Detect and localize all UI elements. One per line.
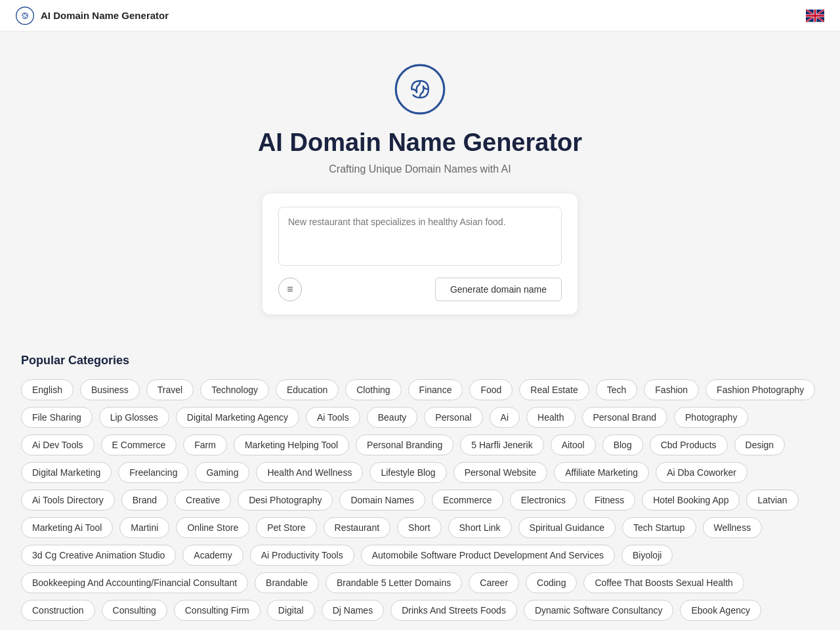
category-tag[interactable]: Ecommerce bbox=[432, 490, 503, 511]
category-tag[interactable]: Cbd Products bbox=[650, 434, 728, 455]
filter-icon: ≡ bbox=[287, 284, 293, 295]
category-tag[interactable]: Tech bbox=[596, 379, 638, 400]
category-tag[interactable]: Creative bbox=[175, 490, 231, 511]
category-tag[interactable]: Health And Wellness bbox=[256, 462, 363, 483]
category-tag[interactable]: Real Estate bbox=[519, 379, 589, 400]
category-tag[interactable]: Lip Glosses bbox=[99, 407, 169, 428]
category-tag[interactable]: Automobile Software Product Development … bbox=[361, 545, 615, 566]
category-tag[interactable]: Coffee That Boosts Sexual Health bbox=[583, 572, 744, 593]
category-tag[interactable]: Aitool bbox=[551, 434, 596, 455]
category-tag[interactable]: Personal Website bbox=[453, 462, 547, 483]
category-tag[interactable]: English bbox=[21, 379, 74, 400]
category-tag[interactable]: Academy bbox=[182, 545, 243, 566]
category-tag[interactable]: Ai Tools bbox=[306, 407, 360, 428]
category-tag[interactable]: Affiliate Marketing bbox=[554, 462, 649, 483]
category-tag[interactable]: Ebook Agency bbox=[680, 600, 761, 621]
category-tag[interactable]: Coding bbox=[526, 572, 577, 593]
category-tag[interactable]: Fashion Photography bbox=[705, 379, 815, 400]
category-tag[interactable]: Dj Names bbox=[322, 600, 384, 621]
category-tag[interactable]: Spiritual Guidance bbox=[518, 517, 616, 538]
category-tag[interactable]: Health bbox=[526, 407, 575, 428]
category-tag[interactable]: Marketing Ai Tool bbox=[21, 517, 113, 538]
category-tag[interactable]: Fitness bbox=[583, 490, 635, 511]
category-tag[interactable]: Domain Names bbox=[339, 490, 425, 511]
category-tag[interactable]: Photography bbox=[674, 407, 748, 428]
category-tag[interactable]: Design bbox=[734, 434, 786, 455]
category-tag[interactable]: Clothing bbox=[345, 379, 401, 400]
categories-section: Popular Categories EnglishBusinessTravel… bbox=[0, 335, 840, 630]
category-tag[interactable]: Brand bbox=[121, 490, 168, 511]
category-tag[interactable]: Tech Startup bbox=[622, 517, 696, 538]
category-tag[interactable]: Career bbox=[469, 572, 519, 593]
category-tag[interactable]: Digital bbox=[267, 600, 315, 621]
navbar-left: AI Domain Name Generator bbox=[16, 7, 169, 25]
hero-subtitle: Crafting Unique Domain Names with AI bbox=[329, 163, 511, 175]
category-tag[interactable]: Consulting bbox=[102, 600, 167, 621]
category-tag[interactable]: Personal Brand bbox=[582, 407, 668, 428]
category-tag[interactable]: Online Store bbox=[176, 517, 249, 538]
category-tag[interactable]: Food bbox=[469, 379, 513, 400]
category-tag[interactable]: Digital Marketing Agency bbox=[176, 407, 299, 428]
category-tag[interactable]: Travel bbox=[146, 379, 194, 400]
category-tag[interactable]: Freelancing bbox=[118, 462, 188, 483]
category-tag[interactable]: Wellness bbox=[703, 517, 763, 538]
category-tag[interactable]: 5 Harfli Jenerik bbox=[460, 434, 543, 455]
category-tag[interactable]: Ai Productivity Tools bbox=[250, 545, 354, 566]
category-tag[interactable]: Farm bbox=[183, 434, 227, 455]
search-actions: ≡ Generate domain name bbox=[278, 278, 562, 301]
category-tag[interactable]: Desi Photography bbox=[238, 490, 333, 511]
hero-section: AI Domain Name Generator Crafting Unique… bbox=[0, 32, 840, 335]
category-tag[interactable]: Ai Dev Tools bbox=[21, 434, 94, 455]
category-tag[interactable]: Construction bbox=[21, 600, 95, 621]
category-tag[interactable]: Brandable bbox=[255, 572, 319, 593]
category-tag[interactable]: Ai Dba Coworker bbox=[656, 462, 747, 483]
category-tag[interactable]: Ai bbox=[490, 407, 520, 428]
category-tag[interactable]: 3d Cg Creative Animation Studio bbox=[21, 545, 176, 566]
category-tag[interactable]: Blog bbox=[602, 434, 643, 455]
category-tag[interactable]: Hotel Booking App bbox=[642, 490, 740, 511]
category-tag[interactable]: Technology bbox=[200, 379, 269, 400]
category-tag[interactable]: Short bbox=[397, 517, 441, 538]
category-tag[interactable]: Biyoloji bbox=[621, 545, 673, 566]
category-tag[interactable]: Ai Tools Directory bbox=[21, 490, 115, 511]
hero-brain-icon bbox=[394, 63, 446, 116]
category-tag[interactable]: Gaming bbox=[195, 462, 249, 483]
svg-point-2 bbox=[396, 65, 444, 114]
category-tag[interactable]: Bookkeeping And Accounting/Financial Con… bbox=[21, 572, 248, 593]
category-tag[interactable]: Fashion bbox=[644, 379, 699, 400]
category-tag[interactable]: Short Link bbox=[448, 517, 512, 538]
category-tag[interactable]: Drinks And Streets Foods bbox=[390, 600, 517, 621]
filter-button[interactable]: ≡ bbox=[278, 278, 302, 301]
tags-container: EnglishBusinessTravelTechnologyEducation… bbox=[21, 379, 819, 621]
categories-title: Popular Categories bbox=[21, 354, 819, 368]
category-tag[interactable]: Restaurant bbox=[324, 517, 390, 538]
category-tag[interactable]: Business bbox=[80, 379, 140, 400]
hero-title: AI Domain Name Generator bbox=[258, 129, 582, 157]
category-tag[interactable]: Beauty bbox=[367, 407, 418, 428]
svg-point-0 bbox=[16, 7, 34, 24]
category-tag[interactable]: Finance bbox=[408, 379, 463, 400]
category-tag[interactable]: Brandable 5 Letter Domains bbox=[326, 572, 462, 593]
nav-logo-icon bbox=[16, 7, 34, 25]
category-tag[interactable]: Digital Marketing bbox=[21, 462, 112, 483]
category-tag[interactable]: Lifestyle Blog bbox=[369, 462, 446, 483]
nav-title: AI Domain Name Generator bbox=[41, 10, 169, 21]
language-flag-icon[interactable] bbox=[806, 9, 824, 22]
category-tag[interactable]: Education bbox=[276, 379, 339, 400]
category-tag[interactable]: Latvian bbox=[746, 490, 798, 511]
category-tag[interactable]: Pet Store bbox=[256, 517, 316, 538]
category-tag[interactable]: Marketing Helping Tool bbox=[234, 434, 349, 455]
category-tag[interactable]: Dynamic Software Consultancy bbox=[524, 600, 674, 621]
category-tag[interactable]: File Sharing bbox=[21, 407, 93, 428]
category-tag[interactable]: Personal Branding bbox=[356, 434, 453, 455]
generate-button[interactable]: Generate domain name bbox=[435, 278, 562, 301]
category-tag[interactable]: E Commerce bbox=[101, 434, 177, 455]
navbar: AI Domain Name Generator bbox=[0, 0, 840, 32]
category-tag[interactable]: Personal bbox=[424, 407, 482, 428]
category-tag[interactable]: Electronics bbox=[510, 490, 577, 511]
description-input[interactable] bbox=[278, 207, 562, 266]
search-card: ≡ Generate domain name bbox=[262, 194, 578, 314]
category-tag[interactable]: Martini bbox=[119, 517, 169, 538]
category-tag[interactable]: Consulting Firm bbox=[174, 600, 261, 621]
